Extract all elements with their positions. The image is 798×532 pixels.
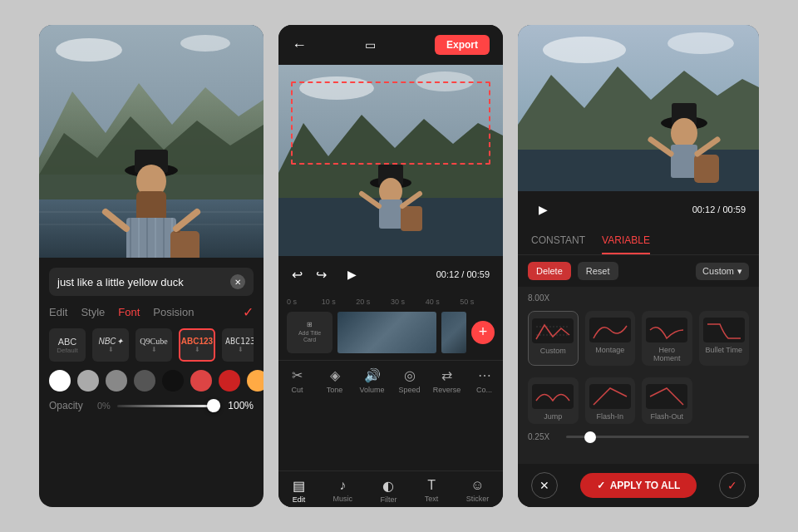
speed-play-button[interactable]: ▶ <box>531 198 554 221</box>
color-light-gray[interactable] <box>77 370 99 392</box>
play-button[interactable]: ▶ <box>340 263 363 286</box>
text-editor-panel: just like a little yellow duck ✕ Edit St… <box>39 258 264 507</box>
color-white[interactable] <box>49 370 71 392</box>
color-dark-gray[interactable] <box>134 370 155 392</box>
dropdown-arrow-icon: ▾ <box>737 266 742 277</box>
jump-curve-label: Jump <box>544 412 562 421</box>
speed-slider[interactable] <box>566 436 749 438</box>
opacity-start: 0% <box>97 401 111 411</box>
panel-speed-editor: ▶ 00:12 / 00:59 CONSTANT VARIABLE Delete… <box>518 25 759 507</box>
flash-in-curve-svg <box>589 384 631 409</box>
font-option-2[interactable]: Q9Cube ⬇ <box>135 328 172 362</box>
font-option-1[interactable]: NBC✦ ⬇ <box>92 328 129 362</box>
add-clip-button[interactable]: + <box>471 321 495 344</box>
tab-variable[interactable]: VARIABLE <box>602 228 650 254</box>
video-thumbnail-1[interactable] <box>337 312 436 353</box>
filter-nav-icon: ◐ <box>382 478 394 494</box>
preset-montage[interactable]: Montage <box>585 311 636 366</box>
tool-more[interactable]: ⋯ Co... <box>470 367 500 394</box>
sticker-nav-label: Sticker <box>466 495 490 503</box>
redo-icon[interactable]: ↪ <box>316 267 327 283</box>
clear-text-button[interactable]: ✕ <box>230 274 245 289</box>
preset-hero[interactable]: Hero Moment <box>642 311 692 366</box>
nav-edit[interactable]: ▤ Edit <box>293 478 306 504</box>
export-button[interactable]: Export <box>435 35 490 55</box>
opacity-end: 100% <box>227 400 254 411</box>
preset-flash-out[interactable]: Flash-Out <box>642 377 692 424</box>
nav-music[interactable]: ♪ Music <box>333 478 353 504</box>
nav-filter[interactable]: ◐ Filter <box>380 478 397 504</box>
nav-text[interactable]: T Text <box>425 478 439 504</box>
speed-video-scene <box>518 25 759 191</box>
opacity-slider[interactable] <box>117 405 220 407</box>
tool-speed[interactable]: ◎ Speed <box>395 367 425 394</box>
font-option-4[interactable]: ABC123 ⬇ <box>222 328 254 362</box>
tool-cut[interactable]: ✂ Cut <box>283 367 313 394</box>
font-preview-3: ABC123 <box>181 337 213 346</box>
color-red[interactable] <box>219 370 240 392</box>
ruler-10: 10 s <box>322 298 357 306</box>
preset-custom[interactable]: Custom <box>528 311 579 366</box>
custom-dropdown[interactable]: Custom ▾ <box>696 263 749 280</box>
font-option-default[interactable]: ABC Default <box>49 328 86 362</box>
tool-tone[interactable]: ◈ Tone <box>320 367 350 394</box>
add-title-icon: ⊞ <box>307 321 313 328</box>
tone-label: Tone <box>327 386 343 394</box>
panel-video-editor: ← ▭ Export <box>278 25 503 507</box>
tab-edit[interactable]: Edit <box>49 304 67 320</box>
color-orange[interactable] <box>247 370 264 392</box>
preset-flash-in[interactable]: Flash-In <box>585 377 636 424</box>
custom-curve-svg <box>532 318 574 343</box>
video-thumbnail-2[interactable] <box>441 312 466 353</box>
confirm-button[interactable]: ✓ <box>719 472 746 499</box>
font-dl-2: ⬇ <box>151 346 157 353</box>
reverse-label: Reverse <box>433 386 461 394</box>
text-input-value[interactable]: just like a little yellow duck <box>57 276 224 288</box>
timeline-track: ⊞ Add TitleCard + <box>287 309 495 355</box>
reset-button[interactable]: Reset <box>578 262 618 280</box>
svg-rect-54 <box>532 384 574 409</box>
cancel-button[interactable]: ✕ <box>531 472 558 499</box>
apply-all-label: APPLY TO ALL <box>610 480 681 491</box>
speed-playback-controls: ▶ 00:12 / 00:59 <box>518 191 759 228</box>
speed-bottom-bar: ✕ ✓ APPLY TO ALL ✓ <box>518 464 759 507</box>
speed-graph-area: 8.00X Custom Montage <box>518 287 759 464</box>
check-icon[interactable]: ✓ <box>243 304 254 320</box>
back-arrow-icon[interactable]: ← <box>292 37 307 54</box>
montage-curve-label: Montage <box>595 346 624 354</box>
add-title-card[interactable]: ⊞ Add TitleCard <box>287 312 332 353</box>
time-display: 00:12 / 00:59 <box>436 269 490 279</box>
tone-icon: ◈ <box>330 367 340 383</box>
ruler-30: 30 s <box>391 298 426 306</box>
tab-style[interactable]: Style <box>81 304 105 320</box>
speed-time-current: 00:12 <box>692 204 716 214</box>
speed-label: Speed <box>398 386 420 394</box>
cut-label: Cut <box>291 386 303 394</box>
svg-rect-40 <box>518 150 759 191</box>
edit-nav-icon: ▤ <box>293 478 305 494</box>
speed-time-display: 00:12 / 00:59 <box>692 204 746 214</box>
svg-rect-44 <box>671 145 697 178</box>
apply-to-all-button[interactable]: ✓ APPLY TO ALL <box>580 473 697 498</box>
sticker-nav-icon: ☺ <box>470 478 484 493</box>
color-gray[interactable] <box>106 370 127 392</box>
undo-icon[interactable]: ↩ <box>292 267 303 283</box>
font-option-3[interactable]: ABC123 ⬇ <box>179 328 215 362</box>
video-header: ← ▭ Export <box>278 25 503 65</box>
timeline-ruler: 0 s 10 s 20 s 30 s 40 s 50 s <box>287 298 495 306</box>
tool-volume[interactable]: 🔊 Volume <box>357 367 387 394</box>
hero-curve-svg <box>646 318 687 342</box>
color-red-light[interactable] <box>190 370 212 392</box>
font-options-list: ABC Default NBC✦ ⬇ Q9Cube ⬇ ABC123 ⬇ ABC… <box>49 328 254 362</box>
tool-reverse[interactable]: ⇄ Reverse <box>432 367 462 394</box>
svg-point-38 <box>667 32 734 54</box>
preset-jump[interactable]: Jump <box>528 377 579 424</box>
delete-button[interactable]: Delete <box>528 262 571 280</box>
color-black[interactable] <box>162 370 184 392</box>
nav-sticker[interactable]: ☺ Sticker <box>466 478 490 504</box>
tab-position[interactable]: Posision <box>153 304 194 320</box>
tab-constant[interactable]: CONSTANT <box>531 228 585 254</box>
tab-font[interactable]: Font <box>118 304 140 320</box>
speed-video-preview <box>518 25 759 191</box>
preset-bullet[interactable]: Bullet Time <box>699 311 750 366</box>
